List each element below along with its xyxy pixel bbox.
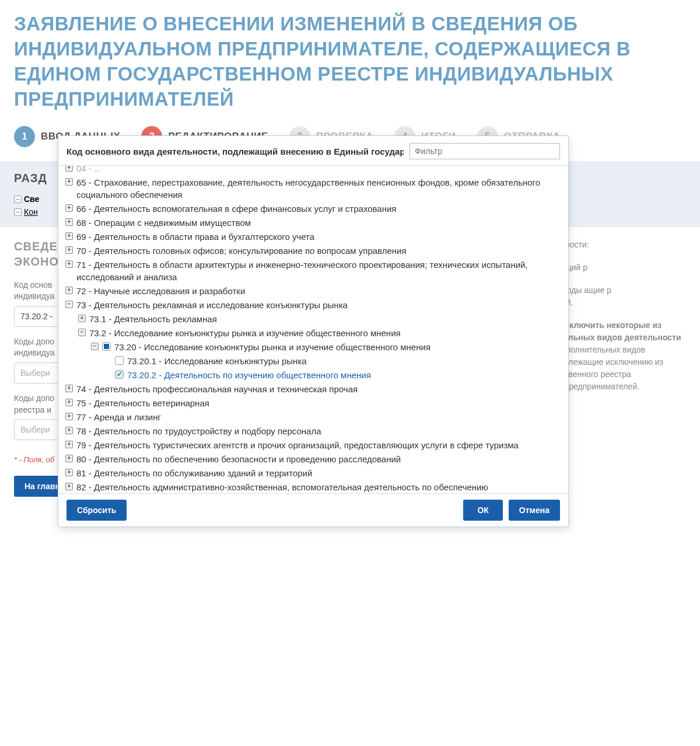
tree-item-label[interactable]: 73.20.1 - Исследование конъюнктуры рынка [127, 355, 561, 367]
tree-item[interactable]: −73.20 - Исследование конъюнктуры рынка … [65, 340, 561, 354]
tree-item[interactable]: +66 - Деятельность вспомогательная в сфе… [65, 201, 561, 215]
cancel-button[interactable]: Отмена [509, 500, 560, 508]
tree-item-label[interactable]: 73.20.2 - Деятельность по изучению общес… [127, 369, 561, 381]
step-number: 1 [14, 126, 35, 147]
tree-item-label[interactable]: 66 - Деятельность вспомогательная в сфер… [76, 203, 561, 215]
tree-item[interactable]: +75 - Деятельность ветеринарная [65, 396, 561, 410]
expand-icon[interactable]: + [65, 399, 73, 406]
modal-tree[interactable]: +04 - ...+65 - Страхование, перестрахова… [58, 166, 568, 493]
tree-item-label[interactable]: 70 - Деятельность головных офисов; консу… [76, 245, 561, 257]
collapse-icon[interactable]: − [14, 196, 22, 203]
tree-item[interactable]: 73.20.1 - Исследование конъюнктуры рынка [65, 354, 561, 368]
tree-item[interactable]: +80 - Деятельность по обеспечению безопа… [65, 452, 561, 466]
expand-icon[interactable]: + [65, 218, 73, 226]
tree-item[interactable]: +82 - Деятельность административно-хозяй… [65, 480, 561, 493]
collapse-icon[interactable]: − [14, 208, 22, 216]
expand-icon[interactable]: + [65, 455, 73, 462]
tree-item-label[interactable]: 78 - Деятельность по трудоустройству и п… [76, 425, 561, 437]
expand-icon[interactable]: + [65, 260, 73, 268]
activity-code-modal: Код основного вида деятельности, подлежа… [58, 135, 569, 508]
tree-item[interactable]: +73.1 - Деятельность рекламная [65, 312, 561, 326]
expand-icon[interactable]: + [65, 204, 73, 212]
expand-icon[interactable]: + [78, 315, 86, 322]
tree-item-label[interactable]: 74 - Деятельность профессиональная научн… [76, 383, 561, 395]
tree-item-label[interactable]: 65 - Страхование, перестрахование, деяте… [76, 176, 561, 201]
tree-checkbox[interactable] [102, 342, 111, 351]
tree-checkbox[interactable] [115, 370, 124, 379]
expand-icon[interactable]: + [65, 483, 73, 490]
tree-item-label[interactable]: 80 - Деятельность по обеспечению безопас… [76, 453, 561, 465]
tree-item[interactable]: −73 - Деятельность рекламная и исследова… [65, 298, 561, 312]
tree-item-label[interactable]: 73 - Деятельность рекламная и исследован… [76, 299, 561, 311]
modal-title: Код основного вида деятельности, подлежа… [66, 147, 404, 156]
expand-icon[interactable]: + [65, 413, 73, 420]
tree-item[interactable]: +68 - Операции с недвижимым имуществом [65, 215, 561, 229]
expand-icon[interactable]: + [65, 427, 73, 434]
tree-item[interactable]: +77 - Аренда и лизинг [65, 410, 561, 424]
tree-item[interactable]: +74 - Деятельность профессиональная науч… [65, 382, 561, 396]
ok-button[interactable]: ОК [463, 500, 502, 508]
reset-button[interactable]: Сбросить [66, 500, 127, 508]
tree-item-label[interactable]: 79 - Деятельность туристических агентств… [76, 439, 561, 451]
tree-item-label[interactable]: 69 - Деятельность в области права и бухг… [76, 231, 561, 243]
tree-item-label[interactable]: 73.1 - Деятельность рекламная [89, 313, 561, 325]
expand-icon[interactable]: + [65, 469, 73, 476]
page-title: Заявление о внесении изменений в сведени… [14, 12, 686, 112]
tree-item[interactable]: +81 - Деятельность по обслуживанию здани… [65, 466, 561, 480]
tree-item[interactable]: 73.20.2 - Деятельность по изучению общес… [65, 368, 561, 382]
tree-item-label[interactable]: 82 - Деятельность административно-хозяйс… [76, 481, 561, 494]
tree-checkbox[interactable] [115, 356, 124, 365]
expand-icon[interactable]: + [65, 178, 73, 186]
expand-icon[interactable]: + [65, 232, 73, 240]
tree-item[interactable]: +78 - Деятельность по трудоустройству и … [65, 424, 561, 438]
expand-icon[interactable]: + [65, 441, 73, 448]
tree-item[interactable]: +72 - Научные исследования и разработки [65, 284, 561, 298]
tree-item[interactable]: −73.2 - Исследование конъюнктуры рынка и… [65, 326, 561, 340]
collapse-icon[interactable]: − [65, 301, 73, 308]
expand-icon [104, 357, 111, 364]
expand-icon[interactable]: + [65, 246, 73, 254]
tree-item-label[interactable]: 04 - ... [76, 166, 561, 175]
tree-item[interactable]: +79 - Деятельность туристических агентст… [65, 438, 561, 452]
expand-icon[interactable]: + [65, 166, 73, 172]
tree-item-label[interactable]: 72 - Научные исследования и разработки [76, 285, 561, 297]
tree-item-label[interactable]: 68 - Операции с недвижимым имуществом [76, 217, 561, 229]
tree-item[interactable]: +71 - Деятельность в области архитектуры… [65, 257, 561, 284]
tree-item-label[interactable]: 77 - Аренда и лизинг [76, 411, 561, 423]
expand-icon[interactable]: + [65, 287, 73, 294]
tree-item-label[interactable]: 71 - Деятельность в области архитектуры … [76, 259, 561, 283]
expand-icon [104, 371, 111, 378]
tree-item-label[interactable]: 73.2 - Исследование конъюнктуры рынка и … [89, 327, 561, 339]
tree-item-label[interactable]: 73.20 - Исследование конъюнктуры рынка и… [114, 341, 561, 353]
expand-icon[interactable]: + [65, 385, 73, 392]
tree-item[interactable]: +69 - Деятельность в области права и бух… [65, 229, 561, 243]
tree-item[interactable]: +70 - Деятельность головных офисов; конс… [65, 243, 561, 257]
modal-filter-input[interactable] [410, 143, 560, 159]
tree-item[interactable]: +65 - Страхование, перестрахование, деят… [65, 175, 561, 201]
collapse-icon[interactable]: − [78, 329, 86, 336]
tree-item-label[interactable]: 75 - Деятельность ветеринарная [76, 397, 561, 409]
collapse-icon[interactable]: − [91, 343, 99, 350]
tree-item-label[interactable]: 81 - Деятельность по обслуживанию зданий… [76, 467, 561, 479]
